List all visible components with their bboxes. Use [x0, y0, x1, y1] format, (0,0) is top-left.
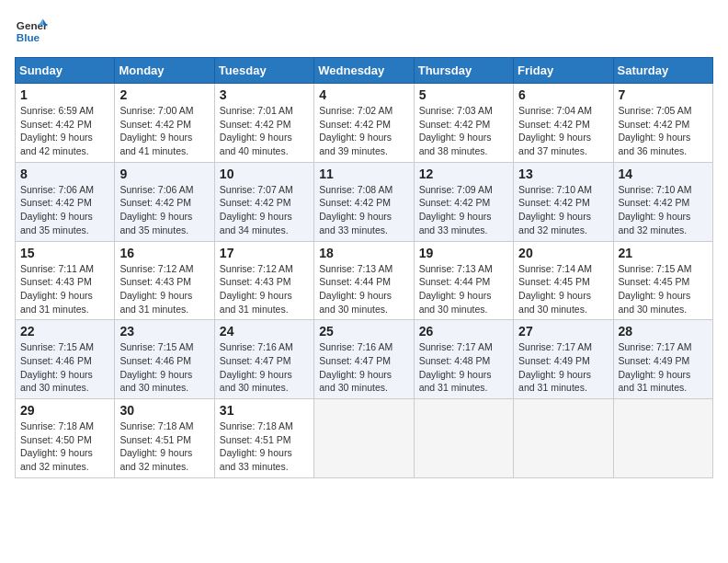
calendar-cell: 10 Sunrise: 7:07 AMSunset: 4:42 PMDaylig…: [214, 162, 313, 241]
day-number: 22: [20, 324, 109, 339]
column-header-friday: Friday: [514, 58, 613, 84]
calendar-cell: 9 Sunrise: 7:06 AMSunset: 4:42 PMDayligh…: [115, 162, 214, 241]
day-number: 16: [119, 246, 209, 260]
calendar-cell: 22 Sunrise: 7:15 AMSunset: 4:46 PMDaylig…: [16, 320, 115, 399]
calendar-cell: 21 Sunrise: 7:15 AMSunset: 4:45 PMDaylig…: [613, 241, 712, 320]
calendar-table: SundayMondayTuesdayWednesdayThursdayFrid…: [15, 57, 713, 478]
day-number: 20: [518, 246, 608, 260]
calendar-cell: 17 Sunrise: 7:12 AMSunset: 4:43 PMDaylig…: [214, 241, 313, 320]
day-number: 3: [220, 87, 309, 102]
day-number: 15: [20, 246, 109, 260]
day-number: 10: [220, 167, 309, 181]
calendar-cell: 25 Sunrise: 7:16 AMSunset: 4:47 PMDaylig…: [314, 320, 414, 399]
calendar-cell: 24 Sunrise: 7:16 AMSunset: 4:47 PMDaylig…: [214, 320, 313, 399]
day-number: 17: [220, 246, 309, 260]
day-number: 9: [119, 167, 209, 181]
calendar-cell: 3 Sunrise: 7:01 AMSunset: 4:42 PMDayligh…: [214, 84, 313, 163]
column-header-monday: Monday: [115, 58, 214, 84]
day-number: 1: [20, 87, 109, 102]
column-header-saturday: Saturday: [613, 58, 712, 84]
day-info: Sunrise: 7:17 AMSunset: 4:48 PMDaylight:…: [419, 341, 493, 393]
day-number: 26: [419, 324, 508, 339]
calendar-cell: [414, 399, 513, 478]
calendar-week-row: 15 Sunrise: 7:11 AMSunset: 4:43 PMDaylig…: [16, 241, 713, 320]
day-number: 30: [119, 403, 209, 418]
day-number: 12: [419, 167, 508, 181]
calendar-cell: 7 Sunrise: 7:05 AMSunset: 4:42 PMDayligh…: [613, 84, 712, 163]
day-info: Sunrise: 7:17 AMSunset: 4:49 PMDaylight:…: [619, 341, 692, 393]
day-info: Sunrise: 7:05 AMSunset: 4:42 PMDaylight:…: [619, 105, 692, 156]
day-number: 11: [319, 167, 408, 181]
day-number: 28: [619, 324, 708, 339]
calendar-cell: 29 Sunrise: 7:18 AMSunset: 4:50 PMDaylig…: [16, 399, 115, 478]
day-info: Sunrise: 6:59 AMSunset: 4:42 PMDaylight:…: [20, 105, 94, 156]
calendar-header-row: SundayMondayTuesdayWednesdayThursdayFrid…: [16, 58, 713, 84]
day-info: Sunrise: 7:06 AMSunset: 4:42 PMDaylight:…: [119, 184, 193, 236]
day-number: 18: [319, 246, 408, 260]
day-number: 29: [20, 403, 109, 418]
calendar-cell: 28 Sunrise: 7:17 AMSunset: 4:49 PMDaylig…: [613, 320, 712, 399]
day-number: 14: [619, 167, 708, 181]
day-info: Sunrise: 7:16 AMSunset: 4:47 PMDaylight:…: [319, 341, 392, 393]
day-number: 25: [319, 324, 408, 339]
day-info: Sunrise: 7:13 AMSunset: 4:44 PMDaylight:…: [319, 263, 392, 315]
day-info: Sunrise: 7:16 AMSunset: 4:47 PMDaylight:…: [220, 341, 293, 393]
column-header-tuesday: Tuesday: [214, 58, 313, 84]
day-info: Sunrise: 7:15 AMSunset: 4:45 PMDaylight:…: [619, 263, 692, 315]
day-info: Sunrise: 7:00 AMSunset: 4:42 PMDaylight:…: [119, 105, 193, 156]
day-info: Sunrise: 7:12 AMSunset: 4:43 PMDaylight:…: [220, 263, 293, 315]
calendar-week-row: 29 Sunrise: 7:18 AMSunset: 4:50 PMDaylig…: [16, 399, 713, 478]
day-number: 19: [419, 246, 508, 260]
day-number: 23: [119, 324, 209, 339]
calendar-cell: 19 Sunrise: 7:13 AMSunset: 4:44 PMDaylig…: [414, 241, 513, 320]
day-number: 4: [319, 87, 408, 102]
day-info: Sunrise: 7:12 AMSunset: 4:43 PMDaylight:…: [119, 263, 193, 315]
logo: General Blue: [15, 15, 48, 48]
calendar-cell: 8 Sunrise: 7:06 AMSunset: 4:42 PMDayligh…: [16, 162, 115, 241]
calendar-cell: 30 Sunrise: 7:18 AMSunset: 4:51 PMDaylig…: [115, 399, 214, 478]
day-info: Sunrise: 7:04 AMSunset: 4:42 PMDaylight:…: [518, 105, 592, 156]
calendar-cell: 4 Sunrise: 7:02 AMSunset: 4:42 PMDayligh…: [314, 84, 414, 163]
calendar-cell: 6 Sunrise: 7:04 AMSunset: 4:42 PMDayligh…: [514, 84, 613, 163]
day-info: Sunrise: 7:17 AMSunset: 4:49 PMDaylight:…: [518, 341, 592, 393]
calendar-cell: [514, 399, 613, 478]
day-info: Sunrise: 7:13 AMSunset: 4:44 PMDaylight:…: [419, 263, 493, 315]
day-info: Sunrise: 7:09 AMSunset: 4:42 PMDaylight:…: [419, 184, 493, 236]
day-number: 13: [518, 167, 608, 181]
day-number: 7: [619, 87, 708, 102]
column-header-wednesday: Wednesday: [314, 58, 414, 84]
day-info: Sunrise: 7:01 AMSunset: 4:42 PMDaylight:…: [220, 105, 293, 156]
svg-text:Blue: Blue: [17, 31, 40, 43]
calendar-cell: 5 Sunrise: 7:03 AMSunset: 4:42 PMDayligh…: [414, 84, 513, 163]
day-info: Sunrise: 7:14 AMSunset: 4:45 PMDaylight:…: [518, 263, 592, 315]
day-number: 8: [20, 167, 109, 181]
calendar-cell: 2 Sunrise: 7:00 AMSunset: 4:42 PMDayligh…: [115, 84, 214, 163]
calendar-cell: 16 Sunrise: 7:12 AMSunset: 4:43 PMDaylig…: [115, 241, 214, 320]
day-info: Sunrise: 7:10 AMSunset: 4:42 PMDaylight:…: [619, 184, 692, 236]
day-info: Sunrise: 7:15 AMSunset: 4:46 PMDaylight:…: [20, 341, 94, 393]
calendar-cell: [314, 399, 414, 478]
calendar-cell: 1 Sunrise: 6:59 AMSunset: 4:42 PMDayligh…: [16, 84, 115, 163]
column-header-thursday: Thursday: [414, 58, 513, 84]
calendar-cell: 15 Sunrise: 7:11 AMSunset: 4:43 PMDaylig…: [16, 241, 115, 320]
calendar-cell: 13 Sunrise: 7:10 AMSunset: 4:42 PMDaylig…: [514, 162, 613, 241]
day-info: Sunrise: 7:08 AMSunset: 4:42 PMDaylight:…: [319, 184, 392, 236]
day-info: Sunrise: 7:10 AMSunset: 4:42 PMDaylight:…: [518, 184, 592, 236]
calendar-cell: 26 Sunrise: 7:17 AMSunset: 4:48 PMDaylig…: [414, 320, 513, 399]
day-number: 31: [220, 403, 309, 418]
calendar-week-row: 1 Sunrise: 6:59 AMSunset: 4:42 PMDayligh…: [16, 84, 713, 163]
day-info: Sunrise: 7:18 AMSunset: 4:51 PMDaylight:…: [119, 420, 193, 472]
day-info: Sunrise: 7:18 AMSunset: 4:51 PMDaylight:…: [220, 420, 293, 472]
day-info: Sunrise: 7:15 AMSunset: 4:46 PMDaylight:…: [119, 341, 193, 393]
calendar-cell: 27 Sunrise: 7:17 AMSunset: 4:49 PMDaylig…: [514, 320, 613, 399]
day-info: Sunrise: 7:03 AMSunset: 4:42 PMDaylight:…: [419, 105, 493, 156]
calendar-week-row: 8 Sunrise: 7:06 AMSunset: 4:42 PMDayligh…: [16, 162, 713, 241]
day-info: Sunrise: 7:02 AMSunset: 4:42 PMDaylight:…: [319, 105, 392, 156]
page-header: General Blue: [15, 15, 713, 48]
calendar-week-row: 22 Sunrise: 7:15 AMSunset: 4:46 PMDaylig…: [16, 320, 713, 399]
logo-icon: General Blue: [15, 15, 48, 48]
calendar-cell: 31 Sunrise: 7:18 AMSunset: 4:51 PMDaylig…: [214, 399, 313, 478]
calendar-cell: 14 Sunrise: 7:10 AMSunset: 4:42 PMDaylig…: [613, 162, 712, 241]
day-number: 21: [619, 246, 708, 260]
calendar-cell: 23 Sunrise: 7:15 AMSunset: 4:46 PMDaylig…: [115, 320, 214, 399]
